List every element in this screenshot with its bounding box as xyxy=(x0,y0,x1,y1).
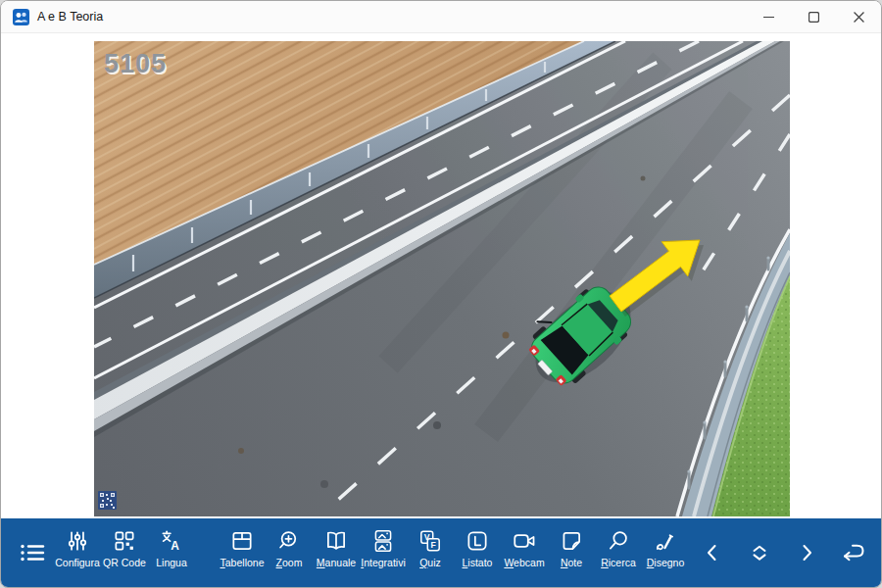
toolbar-label: Configura xyxy=(55,557,100,568)
toolbar-label: Note xyxy=(561,557,582,568)
chevron-updown-icon xyxy=(747,540,772,565)
content-area: 5105 5105 xyxy=(1,33,881,518)
window-title: A e B Teoria xyxy=(37,10,103,24)
grid-icon xyxy=(229,528,255,554)
toolbar-button-integrativi[interactable]: Integrativi xyxy=(360,518,407,587)
toolbar-button-zoom[interactable]: Zoom xyxy=(266,518,313,587)
toolbar-label: Ricerca xyxy=(601,557,636,568)
toolbar-button-note[interactable]: Note xyxy=(548,518,595,587)
toolbar-button-tabellone[interactable]: Tabellone xyxy=(219,518,266,587)
bottom-toolbar: Configura QR Code A Lingua xyxy=(1,518,881,587)
maximize-icon xyxy=(808,12,819,23)
next-question-button[interactable] xyxy=(783,518,830,587)
app-logo-icon xyxy=(13,9,29,25)
toolbar-label: QR Code xyxy=(103,557,146,568)
menu-button[interactable] xyxy=(14,518,49,587)
note-icon xyxy=(559,528,584,554)
toolbar-button-quiz[interactable]: V F Quiz xyxy=(407,518,454,587)
toolbar-button-disegno[interactable]: Disegno xyxy=(642,518,689,587)
question-number: 5105 5105 xyxy=(104,49,169,80)
toolbar-button-lingua[interactable]: A Lingua xyxy=(148,518,195,587)
toolbar-label: Manuale xyxy=(317,557,356,568)
return-arrow-icon xyxy=(840,539,867,566)
toolbar-button-configura[interactable]: Configura xyxy=(54,518,101,587)
minimize-button[interactable] xyxy=(746,1,791,32)
video-camera-icon xyxy=(512,528,537,554)
return-button[interactable] xyxy=(830,518,877,587)
search-icon xyxy=(606,528,631,554)
qr-watermark-icon xyxy=(98,491,117,510)
translate-icon: A xyxy=(159,528,184,554)
previous-question-button[interactable] xyxy=(689,518,736,587)
toolbar-label: Listato xyxy=(463,557,493,568)
app-window: A e B Teoria xyxy=(0,0,882,588)
toolbar-label: Tabellone xyxy=(220,557,265,568)
menu-list-icon xyxy=(17,538,46,567)
svg-text:5105: 5105 xyxy=(104,49,167,78)
true-false-icon: V F xyxy=(417,528,443,554)
toolbar-button-manuale[interactable]: Manuale xyxy=(313,518,360,587)
minimize-icon xyxy=(763,12,774,23)
list-square-icon xyxy=(465,528,490,554)
maximize-button[interactable] xyxy=(791,1,836,32)
question-image: 5105 5105 xyxy=(94,41,790,516)
toolbar-button-qr-code[interactable]: QR Code xyxy=(101,518,148,587)
toolbar-label: Integrativi xyxy=(361,557,406,568)
toolbar-label: Zoom xyxy=(276,557,303,568)
toolbar-button-ricerca[interactable]: Ricerca xyxy=(595,518,642,587)
close-icon xyxy=(854,12,864,23)
stacked-images-icon xyxy=(370,528,396,554)
toolbar-label: Lingua xyxy=(156,557,187,568)
svg-text:F: F xyxy=(431,540,436,550)
zoom-in-icon xyxy=(276,528,302,554)
toolbar-label: Quiz xyxy=(419,557,441,568)
sliders-icon xyxy=(65,528,90,554)
chevron-left-icon xyxy=(700,540,725,565)
titlebar: A e B Teoria xyxy=(1,1,881,33)
scroll-updown-button[interactable] xyxy=(736,518,783,587)
toolbar-button-webcam[interactable]: Webcam xyxy=(501,518,548,587)
close-button[interactable] xyxy=(836,1,881,32)
pen-icon xyxy=(653,528,678,554)
book-icon xyxy=(323,528,349,554)
window-controls xyxy=(746,1,881,32)
chevron-right-icon xyxy=(794,540,819,565)
toolbar-button-listato[interactable]: Listato xyxy=(454,518,501,587)
svg-text:A: A xyxy=(171,539,179,553)
toolbar-label: Webcam xyxy=(504,557,544,568)
qr-code-icon xyxy=(112,528,137,554)
toolbar-label: Disegno xyxy=(647,557,685,568)
